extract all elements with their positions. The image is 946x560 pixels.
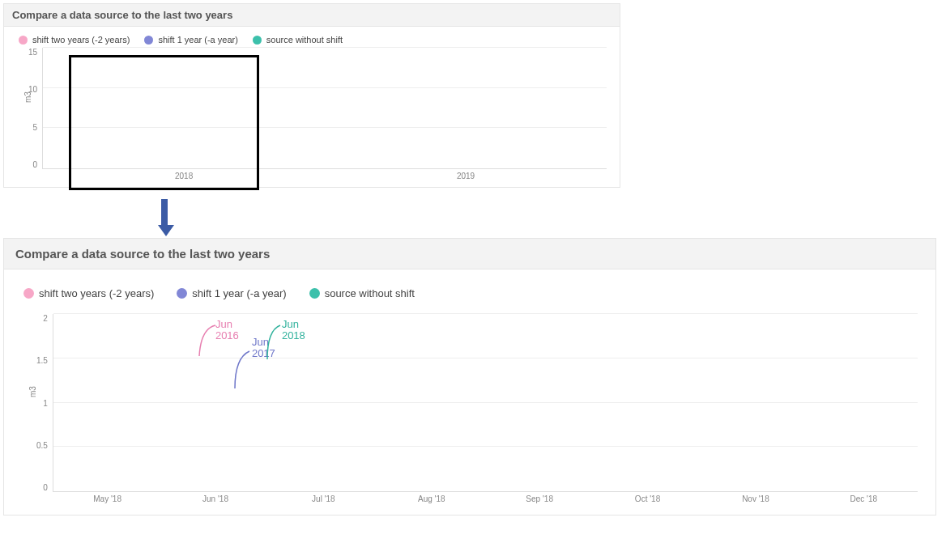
legend-item: shift 1 year (-a year) [177, 287, 286, 299]
legend-label: shift two years (-2 years) [32, 35, 130, 45]
legend-item: shift two years (-2 years) [19, 35, 130, 45]
y-tick: 0 [33, 160, 38, 169]
y-axis-label-bottom: m3 [28, 386, 37, 397]
x-tick: 2019 [325, 172, 607, 180]
legend-dot-blue [144, 36, 153, 45]
y-axis-bottom: 2 1.5 1 0.5 0 [36, 314, 53, 492]
legend-item: source without shift [253, 35, 343, 45]
x-tick: Nov '18 [701, 494, 809, 503]
legend-label: shift 1 year (-a year) [158, 35, 237, 45]
legend-label: source without shift [266, 35, 343, 45]
chart-bottom: m3 2 1.5 1 0.5 0 May '18Jun '18Jul '18Au… [36, 314, 918, 492]
legend-dot-teal [309, 288, 320, 299]
x-tick: Oct '18 [594, 494, 701, 503]
x-tick: Jul '18 [270, 494, 377, 503]
chart-panel-top: Compare a data source to the last two ye… [3, 3, 620, 188]
x-tick: Sep '18 [485, 494, 593, 503]
legend-item: shift two years (-2 years) [23, 287, 154, 299]
x-tick: 2018 [43, 172, 325, 180]
x-tick: May '18 [53, 494, 161, 503]
y-tick: 15 [28, 48, 37, 57]
legend-label: shift two years (-2 years) [39, 287, 154, 299]
legend-dot-pink [23, 288, 34, 299]
x-tick: Jun '18 [161, 494, 269, 503]
legend-bottom: shift two years (-2 years) shift 1 year … [23, 287, 921, 299]
plot-area-bottom: May '18Jun '18Jul '18Aug '18Sep '18Oct '… [53, 314, 918, 492]
panel-title-top: Compare a data source to the last two ye… [4, 4, 620, 27]
legend-dot-teal [253, 36, 262, 45]
y-axis-label-top: m3 [23, 91, 32, 103]
y-tick: 0 [43, 483, 48, 492]
legend-item: shift 1 year (-a year) [144, 35, 237, 45]
y-tick: 1.5 [36, 356, 48, 365]
legend-top: shift two years (-2 years) shift 1 year … [19, 35, 610, 45]
legend-label: source without shift [325, 287, 415, 299]
chart-top: m3 15 10 5 0 20182019 [28, 48, 607, 169]
y-tick: 5 [33, 123, 38, 132]
x-tick: Dec '18 [810, 494, 918, 503]
panel-title-bottom: Compare a data source to the last two ye… [4, 239, 935, 269]
legend-item: source without shift [309, 287, 415, 299]
chart-panel-bottom: Compare a data source to the last two ye… [3, 238, 936, 515]
legend-dot-pink [19, 36, 28, 45]
arrow-down-icon [158, 199, 171, 236]
y-tick: 0.5 [36, 441, 48, 450]
legend-label: shift 1 year (-a year) [192, 287, 286, 299]
y-axis-top: 15 10 5 0 [28, 48, 42, 169]
plot-area-top: 20182019 [42, 48, 607, 169]
y-tick: 2 [43, 314, 48, 323]
x-tick: Aug '18 [377, 494, 485, 503]
legend-dot-blue [177, 288, 187, 299]
y-tick: 1 [43, 399, 48, 408]
